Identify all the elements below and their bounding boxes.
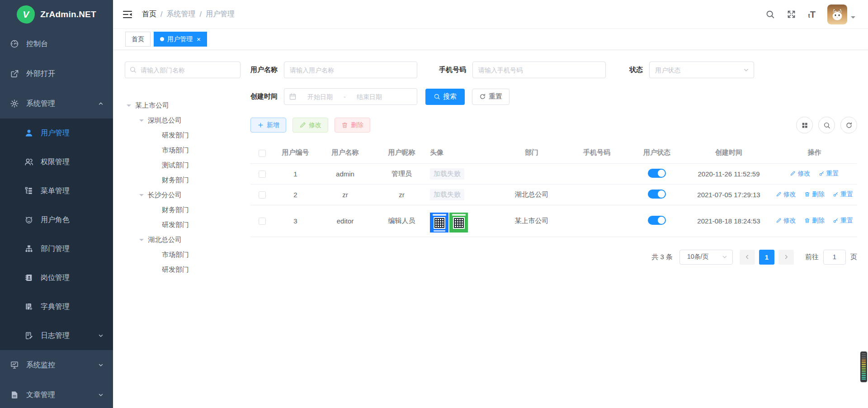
sidebar-item-label: 外部打开	[26, 69, 55, 79]
sidebar-item-article-management[interactable]: 文章管理	[0, 380, 113, 408]
row-checkbox[interactable]	[259, 218, 266, 225]
select-all-checkbox[interactable]	[259, 150, 266, 157]
app-logo[interactable]: V ZrAdmin.NET	[0, 0, 113, 29]
date-start-input[interactable]	[300, 93, 340, 100]
row-checkbox[interactable]	[259, 171, 266, 178]
username-label: 用户名称	[250, 66, 278, 74]
delete-button[interactable]: 删除	[335, 118, 370, 133]
prev-page-button[interactable]	[740, 250, 755, 265]
row-edit-link[interactable]: 修改	[776, 190, 796, 199]
tree-node[interactable]: 财务部门	[125, 203, 241, 218]
users-icon	[24, 157, 33, 166]
user-avatar[interactable]	[827, 5, 847, 24]
status-toggle[interactable]	[648, 216, 666, 225]
tree-node[interactable]: 深圳总公司	[125, 113, 241, 128]
sidebar-item-user-role[interactable]: 用户角色	[0, 205, 113, 234]
tree-node[interactable]: 研发部门	[125, 218, 241, 232]
status-select[interactable]	[649, 62, 754, 78]
current-page-button[interactable]: 1	[759, 250, 774, 265]
tab-user-management[interactable]: 用户管理 ×	[154, 32, 207, 47]
department-tree: 某上市公司 深圳总公司 研发部门 市场部门 测试部门 财务部门 长沙分公司 财务…	[125, 98, 241, 277]
reset-button[interactable]: 重置	[472, 89, 509, 105]
username-input[interactable]	[284, 62, 417, 78]
add-button[interactable]: 新增	[250, 118, 286, 133]
sidebar-item-label: 部门管理	[41, 244, 70, 254]
department-search-input[interactable]	[125, 62, 241, 78]
sidebar-item-label: 控制台	[26, 39, 48, 49]
caret-down-icon[interactable]	[127, 104, 131, 109]
sidebar-item-log-management[interactable]: 日志管理	[0, 321, 113, 350]
date-range-picker[interactable]: -	[284, 88, 417, 105]
sidebar-item-department-management[interactable]: 部门管理	[0, 234, 113, 263]
search-icon[interactable]	[765, 9, 775, 19]
fullscreen-icon[interactable]	[787, 9, 796, 19]
sidebar-item-label: 用户管理	[41, 128, 70, 138]
date-end-input[interactable]	[349, 93, 389, 100]
row-checkbox[interactable]	[259, 191, 266, 199]
sidebar-item-system-monitor[interactable]: 系统监控	[0, 350, 113, 380]
caret-down-icon[interactable]	[139, 239, 144, 243]
tree-node[interactable]: 某上市公司	[125, 98, 241, 113]
phone-input[interactable]	[472, 62, 606, 78]
tree-node[interactable]: 研发部门	[125, 262, 241, 277]
user-menu[interactable]	[827, 5, 855, 24]
created-time-label: 创建时间	[250, 92, 278, 101]
tab-home[interactable]: 首页	[125, 32, 151, 47]
status-toggle[interactable]	[648, 190, 666, 199]
collapse-sidebar-icon[interactable]	[122, 9, 133, 20]
row-reset-password-link[interactable]: 重置	[819, 170, 839, 178]
goto-page: 前往 页	[805, 250, 857, 265]
tree-node[interactable]: 长沙分公司	[125, 188, 241, 203]
tree-node[interactable]: 市场部门	[125, 143, 241, 158]
row-reset-password-link[interactable]: 重置	[833, 217, 853, 225]
pencil-icon	[299, 122, 306, 128]
tree-node[interactable]: 市场部门	[125, 247, 241, 262]
goto-page-input[interactable]	[823, 250, 846, 265]
caret-down-icon[interactable]	[139, 119, 144, 124]
tree-node[interactable]: 财务部门	[125, 173, 241, 188]
caret-down-icon[interactable]	[139, 194, 144, 199]
logo-icon: V	[17, 5, 35, 24]
app-window: V ZrAdmin.NET 控制台 外部打开 系统管理 用户管理 权限管理	[0, 0, 868, 408]
user-icon	[24, 128, 33, 138]
sidebar-item-permission-management[interactable]: 权限管理	[0, 147, 113, 176]
status-toggle[interactable]	[648, 169, 666, 178]
row-delete-link[interactable]: 删除	[804, 217, 825, 225]
sidebar-item-post-management[interactable]: 岗位管理	[0, 263, 113, 292]
scroll-indicator-widget[interactable]	[860, 351, 867, 382]
col-created: 创建时间	[686, 142, 772, 163]
refresh-table-button[interactable]	[840, 117, 857, 133]
status-select-input[interactable]	[649, 62, 754, 78]
sidebar-item-external-open[interactable]: 外部打开	[0, 59, 113, 89]
sidebar-item-dict-management[interactable]: 字典管理	[0, 292, 113, 321]
chevron-left-icon	[744, 254, 750, 260]
chevron-down-icon	[743, 66, 750, 73]
refresh-icon	[479, 93, 486, 100]
col-phone: 手机号码	[566, 142, 628, 163]
sidebar-item-user-management[interactable]: 用户管理	[0, 119, 113, 147]
sidebar-item-system-management[interactable]: 系统管理	[0, 89, 113, 119]
close-tab-icon[interactable]: ×	[197, 36, 201, 43]
sidebar-item-menu-management[interactable]: 菜单管理	[0, 176, 113, 205]
next-page-button[interactable]	[778, 250, 794, 265]
tree-node[interactable]: 研发部门	[125, 128, 241, 143]
search-icon	[823, 122, 830, 129]
row-delete-link[interactable]: 删除	[804, 190, 825, 199]
article-icon	[10, 390, 19, 399]
row-edit-link[interactable]: 修改	[776, 217, 796, 225]
show-search-button[interactable]	[818, 117, 835, 133]
row-reset-password-link[interactable]: 重置	[833, 190, 853, 199]
org-tree-icon	[24, 244, 33, 253]
row-edit-link[interactable]: 修改	[790, 170, 810, 178]
page-size-select[interactable]: 10条/页	[679, 250, 733, 265]
columns-toggle-button[interactable]	[796, 117, 813, 133]
edit-button[interactable]: 修改	[292, 118, 328, 133]
sidebar-item-dashboard[interactable]: 控制台	[0, 29, 113, 59]
tree-node[interactable]: 湖北总公司	[125, 232, 241, 247]
font-size-icon[interactable]: tT	[808, 10, 816, 19]
tree-node[interactable]: 测试部门	[125, 158, 241, 173]
sidebar-item-label: 日志管理	[41, 331, 70, 341]
search-button[interactable]: 搜索	[425, 89, 465, 105]
breadcrumb-system[interactable]: 系统管理	[166, 9, 195, 19]
breadcrumb-home[interactable]: 首页	[142, 9, 156, 19]
